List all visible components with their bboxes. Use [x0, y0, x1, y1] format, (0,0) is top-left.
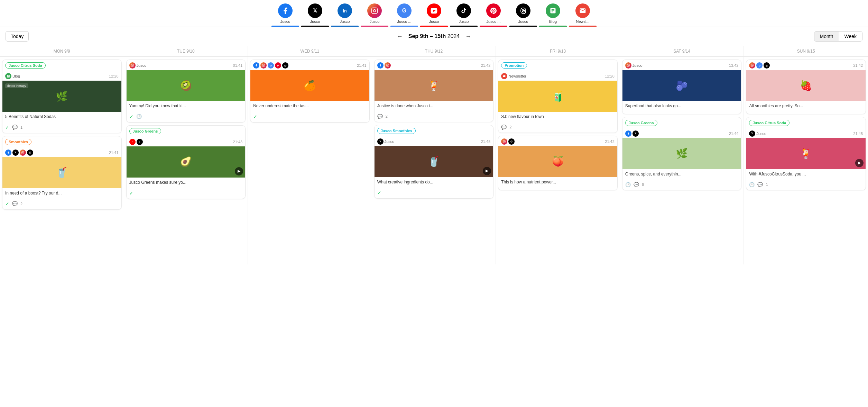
card-text: Justice is done when Jusco i...	[377, 103, 491, 109]
card-mon-1[interactable]: Jusco Citrus Soda Blog 12:28 🌿 detox the…	[2, 60, 122, 133]
badge-greens: Jusco Greens	[129, 128, 161, 134]
day-header-sat: SAT 9/14	[620, 46, 744, 56]
svg-rect-7	[262, 64, 265, 67]
channel-name: Jusco	[137, 63, 147, 67]
channel-name: Jusco	[632, 63, 643, 67]
today-button[interactable]: Today	[6, 31, 29, 42]
card-footer: ✓ 💬 2	[2, 201, 121, 209]
card-text: With #JuscoCitrusSoda, you ...	[749, 171, 863, 177]
card-text: Superfood that also looks go...	[625, 103, 739, 109]
card-tue-1[interactable]: Jusco 01:41 🥝 Yummy! Did you know that k…	[126, 60, 246, 123]
card-time: 21:44	[729, 132, 739, 136]
channel-tiktok[interactable]: Jusco	[450, 3, 478, 27]
channel-threads[interactable]: Jusco	[509, 3, 537, 27]
card-body: This is how a nutrient power...	[498, 177, 617, 190]
card-image: 🍹 ▶	[746, 138, 866, 169]
tt-icon: ♪	[137, 139, 143, 145]
card-image: 🧃	[498, 81, 617, 112]
card-wed-1[interactable]: G P @ 21:41 🍊 Never underestimate the ta…	[250, 60, 370, 123]
card-icons: Jusco	[129, 62, 147, 69]
card-sat-1[interactable]: Jusco 13:42 🫐 Superfood that also looks …	[622, 60, 742, 114]
channel-linkedin[interactable]: in Jusco	[331, 3, 359, 27]
month-view-button[interactable]: Month	[814, 31, 839, 41]
card-icons: Jusco	[625, 62, 643, 69]
channel-youtube[interactable]: Jusco	[420, 3, 448, 27]
channel-facebook-label: Jusco	[271, 19, 299, 24]
card-icons: G P @	[253, 62, 288, 69]
card-time: 12:28	[605, 74, 615, 78]
card-header: 𝕏 Jusco 21:45	[746, 128, 866, 138]
card-sat-2[interactable]: Jusco Greens 𝕏 21:44 🌿 Greens, spice, an…	[622, 117, 742, 190]
card-body: Never underestimate the tas...	[250, 101, 369, 114]
week-view-button[interactable]: Week	[839, 31, 862, 41]
channel-pinterest[interactable]: Jusco ...	[480, 3, 507, 27]
card-fri-1[interactable]: Promotion Newsletter 12:28 🧃 SJ: new fla…	[498, 60, 618, 133]
badge-promotion: Promotion	[501, 62, 527, 69]
day-col-sat: Jusco 13:42 🫐 Superfood that also looks …	[620, 57, 744, 264]
channel-newsletter[interactable]: Newsl...	[569, 3, 597, 27]
card-body: Yummy! Did you know that ki...	[127, 101, 246, 114]
tw-icon3: 𝕏	[632, 130, 639, 137]
card-text: All smoothies are pretty. So...	[749, 103, 863, 109]
card-time: 21:43	[233, 140, 243, 144]
g-icon: G	[268, 62, 274, 69]
days-grid: Jusco Citrus Soda Blog 12:28 🌿 detox the…	[0, 57, 868, 368]
card-body: SJ: new flavour in town	[498, 112, 617, 125]
clock-icon: 🕐	[136, 114, 142, 119]
channel-twitter-label: Jusco	[301, 19, 329, 24]
card-sun-1[interactable]: G @ 21:42 🍓 All smoothies are pretty. So…	[746, 60, 866, 114]
day-header-thu: THU 9/12	[372, 46, 496, 56]
day-header-sun: SUN 9/15	[744, 46, 868, 56]
comment-count: 2	[20, 202, 22, 206]
comment-count: 1	[766, 182, 768, 187]
check-icon: ✓	[129, 114, 133, 119]
day-headers: MON 9/9 TUE 9/10 WED 9/11 THU 9/12 FRI 9…	[0, 46, 868, 57]
channel-twitter[interactable]: 𝕏 Jusco	[301, 3, 329, 27]
svg-rect-11	[503, 140, 506, 143]
svg-point-12	[504, 141, 505, 142]
card-image: 🍑	[498, 146, 617, 177]
card-time: 21:45	[481, 139, 491, 144]
day-col-tue: Jusco 01:41 🥝 Yummy! Did you know that k…	[124, 57, 248, 264]
img-label: detox therapy	[5, 83, 28, 88]
card-body: 5 Benefits of Natural Sodas	[2, 112, 121, 125]
next-arrow[interactable]: →	[465, 33, 471, 40]
card-fri-2[interactable]: @ 21:42 🍑 This is how a nutrient power..…	[498, 136, 618, 190]
fb-icon	[253, 62, 259, 69]
card-thu-1[interactable]: 21:42 🍹 Justice is done when Jusco i... …	[374, 60, 494, 122]
pinterest-icon	[486, 3, 501, 18]
card-footer: ✓	[375, 190, 493, 198]
channel-name: Blog	[12, 74, 20, 78]
facebook-icon	[278, 3, 293, 18]
comment-icon: 💬	[12, 125, 18, 130]
card-sun-2[interactable]: Jusco Citrus Soda 𝕏 Jusco 21:45 🍹 ▶ With…	[746, 117, 866, 190]
channel-blog[interactable]: Blog	[539, 3, 567, 27]
tw-icon2: 𝕏	[377, 138, 384, 145]
svg-point-16	[752, 65, 753, 66]
date-nav: ← Sep 9th – 15th 2024 →	[397, 33, 472, 40]
card-footer: 🕐 💬 1	[746, 182, 866, 190]
card-icons: 𝕏 @	[5, 150, 33, 156]
card-header: ♪ 21:43	[127, 136, 246, 146]
card-mon-2[interactable]: Smoothies 𝕏 @ 21:41 🥤 In need of a boost…	[2, 136, 122, 210]
card-time: 01:41	[233, 63, 243, 67]
prev-arrow[interactable]: ←	[397, 33, 403, 40]
card-image: 🍓	[746, 70, 866, 101]
card-thu-2[interactable]: Jusco Smoothies 𝕏 Jusco 21:45 🥤 ▶ What c…	[374, 125, 494, 199]
tw-icon4: 𝕏	[749, 130, 755, 137]
card-image: 🍊	[250, 70, 369, 101]
card-time: 21:41	[109, 151, 119, 155]
channel-facebook[interactable]: Jusco	[271, 3, 299, 27]
channel-google[interactable]: G Jusco ...	[390, 3, 418, 27]
channel-instagram[interactable]: Jusco	[361, 3, 388, 27]
card-header: Jusco 13:42	[622, 60, 741, 70]
blog-icon	[546, 3, 560, 18]
linkedin-icon: in	[338, 3, 352, 18]
card-body: Greens, spice, and everythin...	[622, 169, 741, 182]
card-time: 21:41	[357, 63, 367, 67]
card-header: @ 21:42	[498, 136, 617, 146]
threads-icon4: @	[508, 138, 515, 145]
blog-social-icon	[5, 73, 11, 79]
card-time: 21:42	[481, 63, 491, 67]
card-tue-2[interactable]: Jusco Greens ♪ 21:43 🥑 ▶ Jusco Greens ma…	[126, 125, 246, 199]
